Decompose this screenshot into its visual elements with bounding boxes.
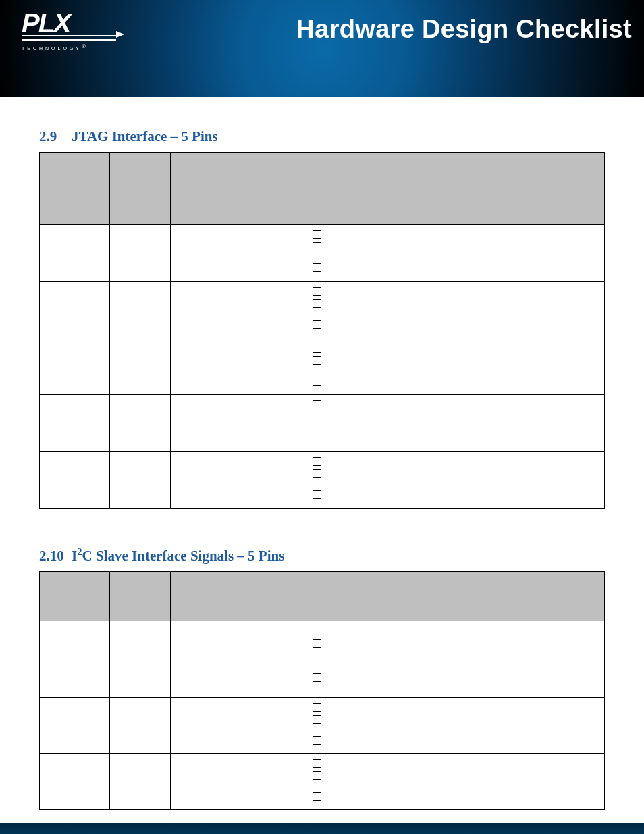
table-cell bbox=[40, 452, 110, 509]
page-body: 2.9JTAG Interface – 5 Pins bbox=[0, 97, 644, 810]
section-title: I2C Slave Interface Signals – 5 Pins bbox=[72, 548, 284, 564]
checkbox-icon[interactable] bbox=[313, 759, 321, 768]
table-header-cell bbox=[40, 153, 110, 225]
checkbox-cell bbox=[284, 395, 350, 452]
checkbox-cell bbox=[284, 338, 350, 395]
table-row bbox=[40, 395, 605, 452]
table-cell bbox=[234, 698, 284, 754]
table-cell bbox=[40, 621, 110, 698]
checkbox-icon[interactable] bbox=[313, 639, 321, 648]
table-cell bbox=[171, 452, 234, 509]
table-cell bbox=[171, 282, 234, 338]
logo-subtext: TECHNOLOGY® bbox=[22, 43, 88, 51]
table-header-cell bbox=[234, 153, 284, 225]
table-cell bbox=[110, 698, 171, 754]
table-cell bbox=[350, 225, 605, 282]
table-cell bbox=[40, 698, 110, 754]
checkbox-icon[interactable] bbox=[313, 377, 321, 386]
jtag-table bbox=[39, 152, 605, 509]
document-title: Hardware Design Checklist bbox=[296, 15, 632, 44]
checkbox-icon[interactable] bbox=[313, 490, 321, 499]
section-title: JTAG Interface – 5 Pins bbox=[72, 128, 218, 145]
section-heading-i2c: 2.10I2C Slave Interface Signals – 5 Pins bbox=[39, 548, 605, 565]
checkbox-icon[interactable] bbox=[313, 736, 321, 745]
table-row bbox=[40, 698, 605, 754]
i2c-table bbox=[39, 571, 605, 810]
table-cell bbox=[110, 754, 171, 810]
section-heading-jtag: 2.9JTAG Interface – 5 Pins bbox=[39, 128, 605, 145]
checkbox-cell bbox=[284, 452, 350, 509]
table-header-cell bbox=[40, 572, 110, 621]
checkbox-icon[interactable] bbox=[313, 457, 321, 466]
table-cell bbox=[110, 621, 171, 698]
table-cell bbox=[110, 225, 171, 282]
checkbox-icon[interactable] bbox=[313, 627, 321, 635]
checkbox-icon[interactable] bbox=[313, 320, 321, 329]
table-cell bbox=[234, 282, 284, 338]
table-cell bbox=[350, 621, 605, 698]
checkbox-cell bbox=[284, 225, 350, 282]
table-cell bbox=[234, 225, 284, 282]
checkbox-icon[interactable] bbox=[313, 703, 321, 712]
table-row bbox=[40, 338, 605, 395]
checkbox-icon[interactable] bbox=[313, 715, 321, 724]
table-cell bbox=[234, 452, 284, 509]
table-header-cell bbox=[284, 153, 350, 225]
table-header-cell bbox=[350, 572, 605, 621]
checkbox-cell bbox=[284, 282, 350, 338]
table-cell bbox=[234, 338, 284, 395]
header-banner: PLX TECHNOLOGY® Hardware Design Checklis… bbox=[0, 0, 644, 97]
table-header-row bbox=[40, 153, 605, 225]
table-cell bbox=[40, 395, 110, 452]
logo-arrow-icon bbox=[116, 31, 124, 38]
checkbox-icon[interactable] bbox=[313, 673, 321, 682]
table-header-cell bbox=[110, 572, 171, 621]
logo: PLX TECHNOLOGY® bbox=[22, 12, 88, 51]
checkbox-icon[interactable] bbox=[313, 400, 321, 409]
checkbox-cell bbox=[284, 621, 350, 698]
checkbox-icon[interactable] bbox=[313, 771, 321, 780]
table-header-cell bbox=[171, 572, 234, 621]
table-cell bbox=[350, 395, 605, 452]
table-cell bbox=[234, 621, 284, 698]
checkbox-icon[interactable] bbox=[313, 344, 321, 353]
table-cell bbox=[110, 395, 171, 452]
table-cell bbox=[234, 395, 284, 452]
table-cell bbox=[171, 395, 234, 452]
table-row bbox=[40, 754, 605, 810]
table-cell bbox=[40, 338, 110, 395]
checkbox-icon[interactable] bbox=[313, 230, 321, 239]
table-cell bbox=[40, 282, 110, 338]
table-cell bbox=[350, 698, 605, 754]
checkbox-icon[interactable] bbox=[313, 287, 321, 296]
checkbox-icon[interactable] bbox=[313, 242, 321, 251]
section-number: 2.9 bbox=[39, 128, 72, 145]
table-header-cell bbox=[171, 153, 234, 225]
table-cell bbox=[171, 225, 234, 282]
table-cell bbox=[350, 338, 605, 395]
logo-text: PLX bbox=[22, 12, 88, 34]
table-cell bbox=[40, 754, 110, 810]
checkbox-cell bbox=[284, 698, 350, 754]
table-cell bbox=[171, 338, 234, 395]
table-header-cell bbox=[350, 153, 605, 225]
checkbox-icon[interactable] bbox=[313, 792, 321, 801]
logo-line-icon bbox=[22, 35, 116, 36]
table-cell bbox=[110, 338, 171, 395]
table-cell bbox=[40, 225, 110, 282]
table-row bbox=[40, 225, 605, 282]
table-header-cell bbox=[110, 153, 171, 225]
checkbox-icon[interactable] bbox=[313, 469, 321, 478]
table-header-cell bbox=[284, 572, 350, 621]
checkbox-icon[interactable] bbox=[313, 299, 321, 308]
checkbox-icon[interactable] bbox=[313, 434, 321, 442]
checkbox-icon[interactable] bbox=[313, 413, 321, 421]
table-cell bbox=[171, 754, 234, 810]
checkbox-icon[interactable] bbox=[313, 356, 321, 365]
table-cell bbox=[350, 754, 605, 810]
table-row bbox=[40, 282, 605, 338]
table-cell bbox=[110, 452, 171, 509]
table-cell bbox=[171, 621, 234, 698]
checkbox-icon[interactable] bbox=[313, 263, 321, 272]
section-number: 2.10 bbox=[39, 548, 72, 565]
